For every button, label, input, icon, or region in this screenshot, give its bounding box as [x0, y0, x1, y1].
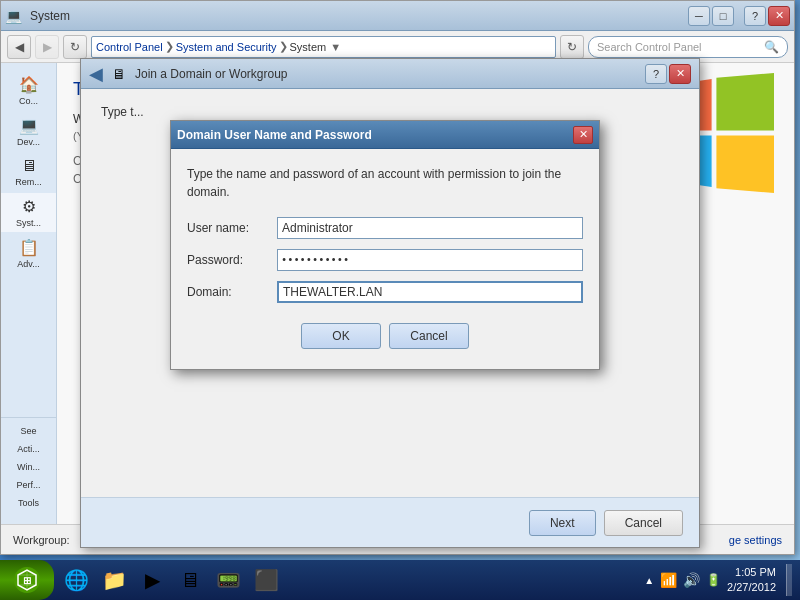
sidebar-item-label-sys: Syst...: [16, 218, 41, 228]
rem-icon: 🖥: [21, 157, 37, 175]
close-button[interactable]: ✕: [768, 6, 790, 26]
taskbar-network-icon[interactable]: 📟: [210, 562, 246, 598]
ok-button[interactable]: OK: [301, 323, 381, 349]
sys-icon: ⚙: [22, 197, 36, 216]
next-button[interactable]: Next: [529, 510, 596, 536]
join-titlebar: ◀ 🖥 Join a Domain or Workgroup ? ✕: [81, 59, 699, 89]
refresh-button[interactable]: ↻: [63, 35, 87, 59]
sidebar-item-label-see: See: [20, 426, 36, 436]
join-footer: Next Cancel: [81, 497, 699, 547]
sidebar-item-label-tools: Tools: [18, 498, 39, 508]
password-row: Password:: [187, 249, 583, 271]
dev-icon: 💻: [19, 116, 39, 135]
sidebar-item-sys[interactable]: ⚙ Syst...: [1, 193, 56, 232]
workgroup-label: Workgroup:: [13, 534, 70, 546]
explorer-titlebar: 💻 System ─ □ ? ✕: [1, 1, 794, 31]
taskbar-cmd-icon[interactable]: ⬛: [248, 562, 284, 598]
search-placeholder: Search Control Panel: [597, 41, 702, 53]
search-icon: 🔍: [764, 40, 779, 54]
sidebar-item-win[interactable]: Win...: [1, 458, 56, 476]
path-sep-2: ❯: [279, 40, 288, 53]
taskbar-time: 1:05 PM: [727, 565, 776, 580]
join-instruction: Type t...: [101, 105, 679, 119]
explorer-sidebar: 🏠 Co... 💻 Dev... 🖥 Rem... ⚙ Syst... 📋 Ad…: [1, 63, 57, 524]
taskbar-display-icon[interactable]: 🖥: [172, 562, 208, 598]
username-input[interactable]: [277, 217, 583, 239]
join-window-controls: ? ✕: [645, 64, 691, 84]
path-segment-cp: Control Panel: [96, 41, 163, 53]
sidebar-item-label-win: Win...: [17, 462, 40, 472]
domain-close-button[interactable]: ✕: [573, 126, 593, 144]
dialog-cancel-button[interactable]: Cancel: [389, 323, 469, 349]
sidebar-item-label-dev: Dev...: [17, 137, 40, 147]
path-segment-sys: System: [290, 41, 327, 53]
show-desktop-button[interactable]: [786, 564, 792, 596]
sidebar-item-dev[interactable]: 💻 Dev...: [1, 112, 56, 151]
path-segment-ss: System and Security: [176, 41, 277, 53]
taskbar-battery-icon: 🔋: [706, 573, 721, 587]
window-controls: ─ □ ? ✕: [688, 6, 790, 26]
taskbar-clock[interactable]: 1:05 PM 2/27/2012: [727, 565, 776, 596]
domain-input[interactable]: [277, 281, 583, 303]
username-label: User name:: [187, 221, 277, 235]
taskbar-date: 2/27/2012: [727, 580, 776, 595]
sidebar-item-acti[interactable]: Acti...: [1, 440, 56, 458]
taskbar-volume-icon[interactable]: 🔊: [683, 572, 700, 588]
sidebar-item-tools[interactable]: Tools: [1, 494, 56, 512]
sidebar-item-adv[interactable]: 📋 Adv...: [1, 234, 56, 273]
path-sep-1: ❯: [165, 40, 174, 53]
sidebar-item-label-rem: Rem...: [15, 177, 42, 187]
explorer-window-icon: 💻: [5, 8, 22, 24]
sidebar-item-label-acti: Acti...: [17, 444, 40, 454]
forward-button[interactable]: ▶: [35, 35, 59, 59]
domain-dialog-titlebar: Domain User Name and Password ✕: [171, 121, 599, 149]
domain-dialog-description: Type the name and password of an account…: [187, 165, 583, 201]
address-path[interactable]: Control Panel ❯ System and Security ❯ Sy…: [91, 36, 556, 58]
sidebar-item-label-cp: Co...: [19, 96, 38, 106]
search-box[interactable]: Search Control Panel 🔍: [588, 36, 788, 58]
sidebar-item-label-adv: Adv...: [17, 259, 39, 269]
domain-dialog: Domain User Name and Password ✕ Type the…: [170, 120, 600, 370]
sidebar-item-perf[interactable]: Perf...: [1, 476, 56, 494]
cp-icon: 🏠: [19, 75, 39, 94]
start-button[interactable]: ⊞: [0, 560, 54, 600]
back-button[interactable]: ◀: [7, 35, 31, 59]
domain-label: Domain:: [187, 285, 277, 299]
username-row: User name:: [187, 217, 583, 239]
taskbar: ⊞ 🌐 📁 ▶ 🖥 📟 ⬛ ▲ 📶 🔊 🔋 1:05 PM 2/27/2012: [0, 560, 800, 600]
join-close-button[interactable]: ✕: [669, 64, 691, 84]
join-title-text: Join a Domain or Workgroup: [135, 67, 645, 81]
join-cancel-button[interactable]: Cancel: [604, 510, 683, 536]
taskbar-triangle-icon[interactable]: ▲: [644, 575, 654, 586]
adv-icon: 📋: [19, 238, 39, 257]
taskbar-network-status-icon: 📶: [660, 572, 677, 588]
sidebar-item-label-perf: Perf...: [16, 480, 40, 490]
password-label: Password:: [187, 253, 277, 267]
sidebar-item-see[interactable]: See: [1, 422, 56, 440]
domain-dialog-footer: OK Cancel: [187, 323, 583, 353]
explorer-window-title: System: [30, 9, 688, 23]
password-input[interactable]: [277, 249, 583, 271]
sidebar-item-cp[interactable]: 🏠 Co...: [1, 71, 56, 110]
settings-link[interactable]: ge settings: [729, 534, 782, 546]
path-dropdown[interactable]: ▼: [330, 41, 341, 53]
taskbar-ie-icon[interactable]: 🌐: [58, 562, 94, 598]
taskbar-right: ▲ 📶 🔊 🔋 1:05 PM 2/27/2012: [644, 564, 800, 596]
domain-fields: User name: Password: Domain:: [187, 217, 583, 303]
path-refresh-button[interactable]: ↻: [560, 35, 584, 59]
sidebar-item-rem[interactable]: 🖥 Rem...: [1, 153, 56, 191]
taskbar-media-icon[interactable]: ▶: [134, 562, 170, 598]
taskbar-explorer-icon[interactable]: 📁: [96, 562, 132, 598]
domain-dialog-title: Domain User Name and Password: [177, 128, 573, 142]
join-title-icon: 🖥: [109, 64, 129, 84]
domain-dialog-body: Type the name and password of an account…: [171, 149, 599, 369]
svg-text:⊞: ⊞: [23, 575, 31, 586]
domain-row: Domain:: [187, 281, 583, 303]
maximize-button[interactable]: □: [712, 6, 734, 26]
minimize-button[interactable]: ─: [688, 6, 710, 26]
back-arrow-icon[interactable]: ◀: [89, 63, 103, 85]
taskbar-pinned-icons: 🌐 📁 ▶ 🖥 📟 ⬛: [58, 562, 284, 598]
help-button[interactable]: ?: [744, 6, 766, 26]
join-help-button[interactable]: ?: [645, 64, 667, 84]
